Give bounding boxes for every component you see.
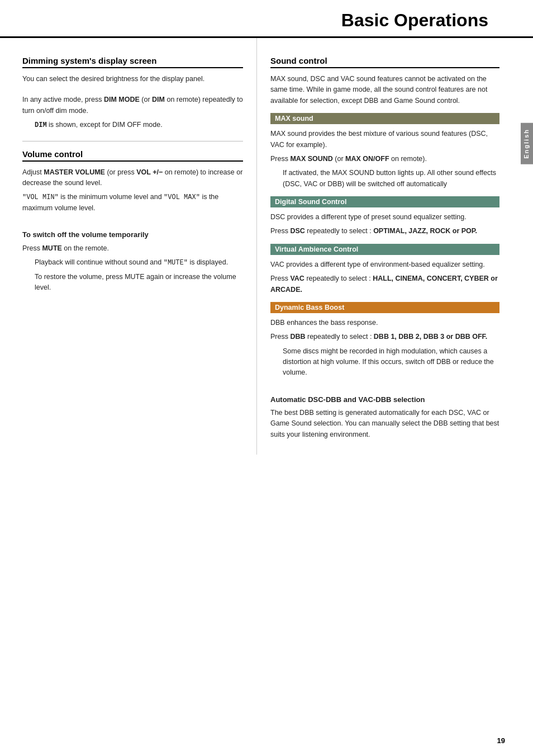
volume-heading: Volume control xyxy=(22,149,243,162)
page-title-bar: Basic Operations xyxy=(0,0,533,38)
vac-section: Virtual Ambience Control VAC provides a … xyxy=(270,244,499,295)
auto-para: The best DBB setting is generated automa… xyxy=(270,408,499,440)
dsc-bold: DSC xyxy=(290,227,304,235)
dbb-section: Dynamic Bass Boost DBB enhances the bass… xyxy=(270,302,499,379)
mute-para2: Playback will continue without sound and… xyxy=(22,257,243,268)
volume-para2: "VOL MIN" is the minimum volume level an… xyxy=(22,192,243,214)
vac-bold: VAC xyxy=(290,275,304,282)
digital-sound-section: Digital Sound Control DSC provides a dif… xyxy=(270,196,499,237)
dim-mode-bold: DIM MODE xyxy=(104,96,140,103)
mute-para1: Press MUTE on the remote. xyxy=(22,243,243,254)
vol-max-mono: "VOL MAX" xyxy=(164,193,200,201)
max-sound-bar: MAX sound xyxy=(270,113,499,124)
page-title: Basic Operations xyxy=(22,10,488,31)
digital-sound-bar: Digital Sound Control xyxy=(270,196,499,207)
dbb-para2: Press DBB repeatedly to select : DBB 1, … xyxy=(270,332,499,342)
mute-bold: MUTE xyxy=(42,244,61,252)
page-number: 19 xyxy=(497,736,505,745)
vac-para2: Press VAC repeatedly to select : HALL, C… xyxy=(270,273,499,295)
mute-subsection-title: To switch off the volume temporarily xyxy=(22,229,243,240)
vol-min-mono: "VOL MIN" xyxy=(22,193,59,201)
max-sound-para1: MAX sound provides the best mixture of v… xyxy=(270,129,499,150)
dbb-bar: Dynamic Bass Boost xyxy=(270,302,499,313)
dim-bold: DIM xyxy=(152,96,165,103)
digital-sound-para1: DSC provides a different type of preset … xyxy=(270,212,499,223)
vac-para1: VAC provides a different type of environ… xyxy=(270,259,499,270)
digital-sound-para2: Press DSC repeatedly to select : OPTIMAL… xyxy=(270,226,499,237)
dimming-para1: You can select the desired brightness fo… xyxy=(22,74,243,84)
right-column: Sound control MAX sound, DSC and VAC sou… xyxy=(257,38,533,455)
vac-bar: Virtual Ambience Control xyxy=(270,244,499,255)
dsc-options-bold: OPTIMAL, JAZZ, ROCK or POP. xyxy=(373,227,477,235)
dimming-para3: DIM is shown, except for DIM OFF mode. xyxy=(22,120,243,131)
dimming-heading: Dimming system's display screen xyxy=(22,56,243,68)
dim-mono: DIM xyxy=(35,121,47,129)
dbb-bold: DBB xyxy=(290,333,305,341)
mute-mono: "MUTE" xyxy=(164,259,188,267)
section-divider xyxy=(22,141,243,141)
mute-para3: To restore the volume, press MUTE again … xyxy=(22,272,243,294)
dbb-para3: Some discs might be recorded in high mod… xyxy=(270,346,499,379)
master-volume-bold: MASTER VOLUME xyxy=(44,168,105,176)
max-onoff-bold: MAX ON/OFF xyxy=(345,155,389,163)
left-column: Dimming system's display screen You can … xyxy=(0,38,257,455)
auto-heading: Automatic DSC-DBB and VAC-DBB selection xyxy=(270,394,499,405)
dimming-para2: In any active mode, press DIM MODE (or D… xyxy=(22,94,243,116)
auto-dsc-dbb-section: Automatic DSC-DBB and VAC-DBB selection … xyxy=(270,382,499,440)
language-tab: English xyxy=(521,123,533,164)
vol-bold: VOL +/− xyxy=(136,168,163,176)
max-sound-bold: MAX SOUND xyxy=(290,155,332,163)
vac-options-bold: HALL, CINEMA, CONCERT, CYBER or ARCADE. xyxy=(270,275,498,293)
dimming-section: Dimming system's display screen You can … xyxy=(22,56,243,131)
max-sound-para3: If activated, the MAX SOUND button light… xyxy=(270,168,499,190)
dbb-options-bold: DBB 1, DBB 2, DBB 3 or DBB OFF. xyxy=(374,333,488,341)
sound-control-heading: Sound control xyxy=(270,56,499,68)
max-sound-section: MAX sound MAX sound provides the best mi… xyxy=(270,113,499,190)
max-sound-para2: Press MAX SOUND (or MAX ON/OFF on remote… xyxy=(270,154,499,164)
volume-para1: Adjust MASTER VOLUME (or press VOL +/− o… xyxy=(22,167,243,189)
main-content: Dimming system's display screen You can … xyxy=(0,38,533,455)
dbb-para1: DBB enhances the bass response. xyxy=(270,318,499,328)
volume-section: Volume control Adjust MASTER VOLUME (or … xyxy=(22,149,243,294)
sound-control-intro: MAX sound, DSC and VAC sound features ca… xyxy=(270,74,499,106)
